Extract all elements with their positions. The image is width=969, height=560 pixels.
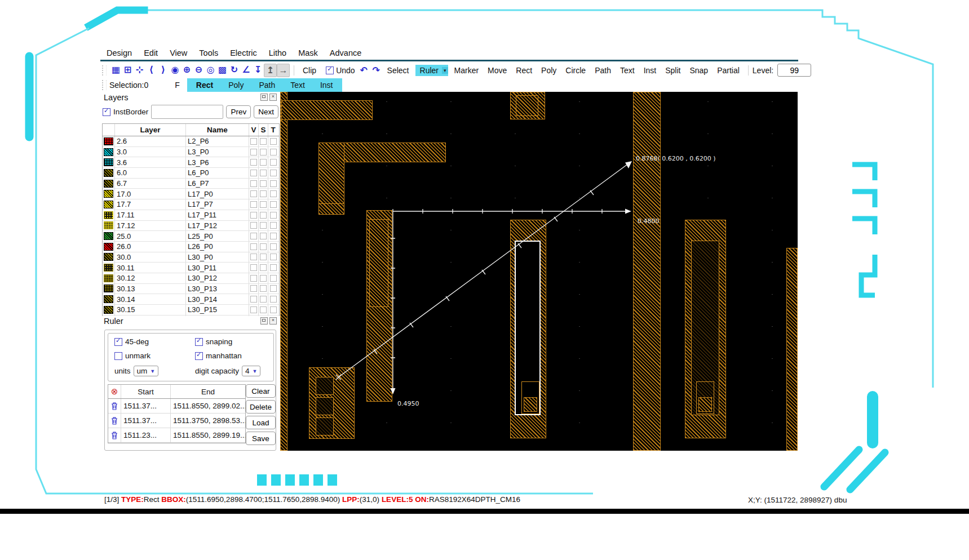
layer-v-checkbox[interactable] xyxy=(249,189,259,199)
layer-s-checkbox[interactable] xyxy=(259,284,268,294)
undo-checkbox[interactable]: Undo xyxy=(326,66,355,75)
prev-button[interactable]: Prev xyxy=(226,105,251,118)
layer-v-checkbox[interactable] xyxy=(249,210,259,220)
hierarchy-icon[interactable]: ⊞ xyxy=(122,64,134,77)
layer-row[interactable]: 30.11L30_P11 xyxy=(103,263,279,273)
redo-arrow-icon[interactable]: ↷ xyxy=(370,64,382,77)
tool-circle-button[interactable]: Circle xyxy=(561,66,590,75)
layer-s-checkbox[interactable] xyxy=(259,263,268,273)
menu-edit[interactable]: Edit xyxy=(144,48,158,57)
layer-t-checkbox[interactable] xyxy=(268,263,278,273)
restore-panel-icon[interactable] xyxy=(260,317,268,325)
layer-s-checkbox[interactable] xyxy=(259,179,268,189)
digit-capacity-dropdown[interactable]: 4 ▼ xyxy=(242,366,260,376)
option-checkbox[interactable] xyxy=(195,338,203,346)
layer-s-checkbox[interactable] xyxy=(259,168,268,178)
layer-row[interactable]: 30.13L30_P13 xyxy=(103,284,279,295)
selection-bar-grip[interactable] xyxy=(102,80,107,90)
ruler-dropdown-icon[interactable]: ▾ xyxy=(442,67,448,74)
layer-s-checkbox[interactable] xyxy=(259,231,268,241)
layer-v-checkbox[interactable] xyxy=(249,221,259,231)
menu-design[interactable]: Design xyxy=(107,48,132,57)
ruler-button[interactable]: Ruler ▾ xyxy=(415,65,448,76)
grid-icon[interactable]: ▩ xyxy=(216,64,228,77)
align-top-icon[interactable]: ↥ xyxy=(264,64,277,77)
angle-icon[interactable]: ∠ xyxy=(240,64,252,77)
trash-icon[interactable] xyxy=(108,414,121,428)
layer-s-checkbox[interactable] xyxy=(259,210,268,220)
layer-row[interactable]: 26.0L26_P0 xyxy=(103,242,279,252)
undo-checkbox-box[interactable] xyxy=(326,66,334,74)
chevron-right-icon[interactable]: ⟩ xyxy=(157,64,169,77)
rotate-icon[interactable]: ↻ xyxy=(228,64,240,77)
layer-t-checkbox[interactable] xyxy=(268,168,278,178)
layer-v-checkbox[interactable] xyxy=(249,231,259,241)
layer-t-checkbox[interactable] xyxy=(268,231,278,241)
layer-row[interactable]: 6.7L6_P7 xyxy=(103,179,279,189)
tool-poly-button[interactable]: Poly xyxy=(537,66,561,75)
chevron-left-icon[interactable]: ⟨ xyxy=(145,64,157,77)
tab-poly[interactable]: Poly xyxy=(228,81,244,90)
move-icon[interactable]: ⊹ xyxy=(134,64,145,77)
tab-inst[interactable]: Inst xyxy=(320,81,333,90)
layer-row[interactable]: 30.15L30_P15 xyxy=(103,305,279,315)
zoom-in-icon[interactable]: ⊕ xyxy=(181,64,193,77)
arrow-right-icon[interactable]: → xyxy=(277,64,290,77)
layer-row[interactable]: 3.6L3_P6 xyxy=(103,157,279,168)
layer-t-checkbox[interactable] xyxy=(268,157,278,167)
layer-v-checkbox[interactable] xyxy=(249,284,259,294)
option-checkbox[interactable] xyxy=(114,352,122,360)
layout-canvas[interactable]: 0.8768( 0.6200 , 0.6200 ) 0.4800 0.4950 xyxy=(280,92,798,451)
trash-icon[interactable] xyxy=(108,428,121,442)
layer-t-checkbox[interactable] xyxy=(268,294,278,304)
option-checkbox[interactable] xyxy=(195,352,203,360)
file-icon[interactable]: ▦ xyxy=(110,64,122,77)
clip-button[interactable]: Clip xyxy=(298,66,321,75)
layer-v-checkbox[interactable] xyxy=(249,168,259,178)
instborder-checkbox[interactable] xyxy=(103,108,110,116)
layer-t-checkbox[interactable] xyxy=(268,210,278,220)
layer-t-checkbox[interactable] xyxy=(268,136,278,146)
tool-marker-button[interactable]: Marker xyxy=(450,66,484,75)
layer-v-checkbox[interactable] xyxy=(249,157,259,167)
close-panel-icon[interactable]: × xyxy=(269,94,277,101)
undo-arrow-icon[interactable]: ↶ xyxy=(358,64,370,77)
option-checkbox[interactable] xyxy=(114,338,122,346)
menu-view[interactable]: View xyxy=(170,48,187,57)
close-panel-icon[interactable]: × xyxy=(269,317,277,325)
layer-t-checkbox[interactable] xyxy=(268,147,278,157)
layer-s-checkbox[interactable] xyxy=(259,242,268,252)
import-icon[interactable]: ↧ xyxy=(252,64,264,77)
restore-panel-icon[interactable] xyxy=(260,94,268,101)
menu-tools[interactable]: Tools xyxy=(199,48,218,57)
layer-t-checkbox[interactable] xyxy=(268,199,278,210)
next-button[interactable]: Next xyxy=(254,105,278,118)
layer-t-checkbox[interactable] xyxy=(268,189,278,199)
layer-v-checkbox[interactable] xyxy=(249,263,259,273)
layer-v-checkbox[interactable] xyxy=(249,305,259,315)
layer-row[interactable]: 25.0L25_P0 xyxy=(103,231,279,242)
layer-s-checkbox[interactable] xyxy=(259,199,268,210)
clear-button[interactable]: Clear xyxy=(246,384,276,398)
layer-s-checkbox[interactable] xyxy=(259,221,268,231)
layer-t-checkbox[interactable] xyxy=(268,305,278,315)
layer-row[interactable]: 17.7L17_P7 xyxy=(103,199,279,210)
tab-path[interactable]: Path xyxy=(259,81,275,90)
tool-text-button[interactable]: Text xyxy=(616,66,639,75)
layer-row[interactable]: 6.0L6_P0 xyxy=(103,168,279,179)
tool-rect-button[interactable]: Rect xyxy=(511,66,537,75)
delete-button[interactable]: Delete xyxy=(246,400,276,414)
tool-path-button[interactable]: Path xyxy=(590,66,616,75)
save-button[interactable]: Save xyxy=(246,432,276,445)
layer-s-checkbox[interactable] xyxy=(259,147,268,157)
layer-t-checkbox[interactable] xyxy=(268,179,278,189)
select-button[interactable]: Select xyxy=(383,66,414,75)
option-45-deg[interactable]: 45-deg xyxy=(114,337,149,346)
layer-s-checkbox[interactable] xyxy=(259,305,268,315)
layer-row[interactable]: 17.0L17_P0 xyxy=(103,189,279,199)
layer-row[interactable]: 2.6L2_P6 xyxy=(103,136,279,147)
layer-row[interactable]: 3.0L3_P0 xyxy=(103,147,279,158)
tab-text[interactable]: Text xyxy=(290,81,305,90)
layer-v-checkbox[interactable] xyxy=(249,136,259,146)
layer-row[interactable]: 17.11L17_P11 xyxy=(103,210,279,221)
